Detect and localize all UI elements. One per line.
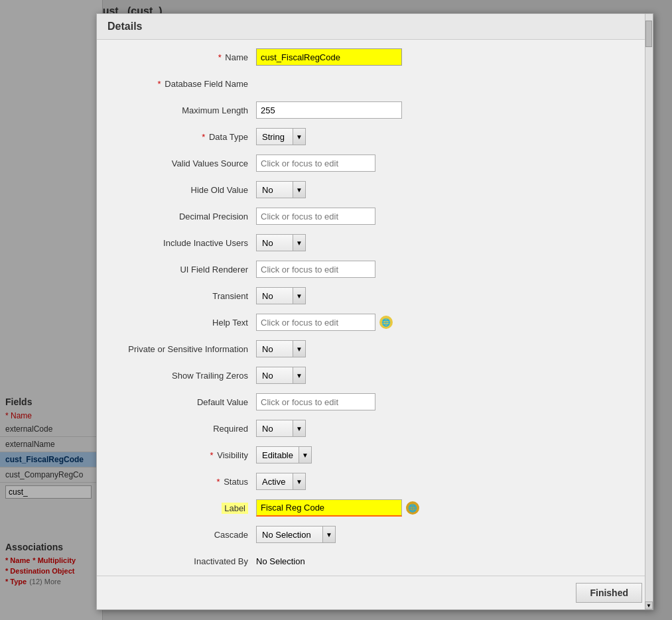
name-input[interactable]: [256, 48, 402, 66]
transient-value: No: [256, 287, 293, 304]
transient-select-wrapper: No ▼: [256, 287, 306, 304]
private-sensitive-label: Private or Sensitive Information: [110, 344, 256, 354]
data-type-row: * Data Type String ▼: [110, 127, 639, 146]
include-inactive-users-label: Include Inactive Users: [110, 238, 256, 248]
modal-scrollbar[interactable]: [645, 14, 653, 609]
decimal-precision-label: Decimal Precision: [110, 212, 256, 221]
hide-old-value-value: No: [256, 181, 293, 198]
ui-field-renderer-row: UI Field Renderer: [110, 260, 639, 279]
required-row: Required No ▼: [110, 419, 639, 438]
transient-dropdown-arrow[interactable]: ▼: [293, 287, 306, 304]
visibility-row: * Visibility Editable ▼: [110, 446, 639, 464]
cascade-value: No Selection: [256, 526, 322, 543]
modal-scroll-down[interactable]: ▼: [645, 601, 653, 609]
inactivated-by-row: Inactivated By No Selection: [110, 552, 639, 570]
required-select-wrapper: No ▼: [256, 420, 306, 437]
include-inactive-users-select-wrapper: No ▼: [256, 234, 306, 251]
visibility-label: * Visibility: [110, 450, 256, 460]
ui-field-renderer-label: UI Field Renderer: [110, 265, 256, 275]
default-value-input[interactable]: [256, 393, 375, 410]
status-dropdown-arrow[interactable]: ▼: [293, 473, 306, 490]
hide-old-value-dropdown-arrow[interactable]: ▼: [293, 181, 306, 198]
cascade-row: Cascade No Selection ▼: [110, 525, 639, 544]
cascade-select-wrapper: No Selection ▼: [256, 526, 336, 543]
show-trailing-zeros-dropdown-arrow[interactable]: ▼: [293, 367, 306, 384]
transient-row: Transient No ▼: [110, 286, 639, 305]
include-inactive-users-value: No: [256, 234, 293, 251]
modal-header: Details: [97, 14, 653, 40]
default-value-row: Default Value: [110, 393, 639, 411]
visibility-select-wrapper: Editable ▼: [256, 446, 312, 464]
status-row: * Status Active ▼: [110, 472, 639, 491]
valid-values-source-label: Valid Values Source: [110, 158, 256, 168]
show-trailing-zeros-value: No: [256, 367, 293, 384]
label-globe-icon[interactable]: 🌐: [406, 501, 419, 515]
include-inactive-users-dropdown-arrow[interactable]: ▼: [293, 234, 306, 251]
hide-old-value-label: Hide Old Value: [110, 185, 256, 195]
modal-dialog: Details * Name * Database Field Name Max…: [96, 13, 653, 610]
label-row: Label 🌐: [110, 499, 639, 517]
ui-field-renderer-input[interactable]: [256, 261, 375, 278]
inactivated-by-value: No Selection: [256, 552, 322, 570]
database-field-name-label: * Database Field Name: [110, 79, 256, 89]
visibility-value: Editable: [256, 446, 299, 464]
modal-title: Details: [107, 21, 142, 32]
decimal-precision-input[interactable]: [256, 208, 375, 225]
data-type-select-wrapper: String ▼: [256, 128, 306, 145]
inactivated-by-label: Inactivated By: [110, 556, 256, 566]
required-label: Required: [110, 424, 256, 434]
status-label: * Status: [110, 477, 256, 487]
cascade-dropdown-arrow[interactable]: ▼: [322, 526, 336, 543]
show-trailing-zeros-select-wrapper: No ▼: [256, 367, 306, 384]
private-sensitive-select-wrapper: No ▼: [256, 340, 306, 357]
modal-footer: Finished: [97, 576, 653, 609]
required-value: No: [256, 420, 293, 437]
modal-body[interactable]: * Name * Database Field Name Maximum Len…: [97, 40, 653, 576]
visibility-dropdown-arrow[interactable]: ▼: [299, 446, 312, 464]
modal-scrollbar-thumb[interactable]: [645, 21, 652, 47]
hide-old-value-select-wrapper: No ▼: [256, 181, 306, 198]
cascade-label: Cascade: [110, 530, 256, 540]
default-value-label: Default Value: [110, 397, 256, 407]
data-type-label: * Data Type: [110, 132, 256, 142]
database-field-name-row: * Database Field Name: [110, 74, 639, 93]
valid-values-source-input[interactable]: [256, 155, 375, 172]
finished-button[interactable]: Finished: [576, 583, 642, 603]
include-inactive-users-row: Include Inactive Users No ▼: [110, 233, 639, 252]
transient-label: Transient: [110, 291, 256, 301]
data-type-value: String: [256, 128, 293, 145]
help-text-row: Help Text 🌐: [110, 313, 639, 332]
maximum-length-label: Maximum Length: [110, 105, 256, 115]
hide-old-value-row: Hide Old Value No ▼: [110, 180, 639, 199]
data-type-dropdown-arrow[interactable]: ▼: [293, 128, 306, 145]
help-text-label: Help Text: [110, 318, 256, 328]
show-trailing-zeros-row: Show Trailing Zeros No ▼: [110, 366, 639, 385]
show-trailing-zeros-label: Show Trailing Zeros: [110, 371, 256, 381]
private-sensitive-row: Private or Sensitive Information No ▼: [110, 340, 639, 358]
help-text-input[interactable]: [256, 314, 375, 331]
status-value: Active: [256, 473, 293, 490]
private-sensitive-dropdown-arrow[interactable]: ▼: [293, 340, 306, 357]
maximum-length-row: Maximum Length: [110, 101, 639, 119]
required-dropdown-arrow[interactable]: ▼: [293, 420, 306, 437]
private-sensitive-value: No: [256, 340, 293, 357]
label-label-highlight: Label: [222, 503, 248, 514]
status-select-wrapper: Active ▼: [256, 473, 306, 490]
decimal-precision-row: Decimal Precision: [110, 207, 639, 225]
maximum-length-input[interactable]: [256, 101, 402, 119]
name-row: * Name: [110, 48, 639, 66]
name-label: * Name: [110, 52, 256, 62]
label-input[interactable]: [256, 499, 402, 517]
label-field-label: Label: [110, 503, 256, 513]
help-text-globe-icon[interactable]: 🌐: [379, 316, 393, 329]
valid-values-source-row: Valid Values Source: [110, 154, 639, 172]
